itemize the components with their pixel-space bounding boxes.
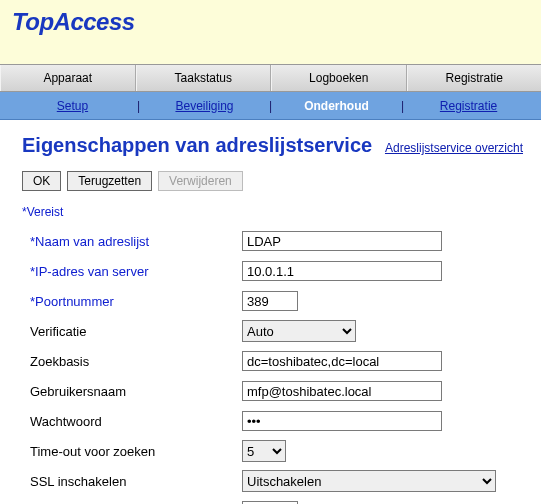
primary-nav: Apparaat Taakstatus Logboeken Registrati… — [0, 64, 541, 92]
ip-label: *IP-adres van server — [22, 264, 242, 279]
timeout-select[interactable]: 5 — [242, 440, 286, 462]
page-title: Eigenschappen van adreslijstservice — [22, 134, 372, 157]
delete-button: Verwijderen — [158, 171, 243, 191]
password-label: Wachtwoord — [22, 414, 242, 429]
password-input[interactable] — [242, 411, 442, 431]
nav1-tab-logboeken[interactable]: Logboeken — [271, 65, 407, 91]
nav1-tab-apparaat[interactable]: Apparaat — [0, 65, 136, 91]
nav2-link-setup[interactable]: Setup — [10, 99, 135, 113]
nav2-link-onderhoud[interactable]: Onderhoud — [274, 99, 399, 113]
ok-button[interactable]: OK — [22, 171, 61, 191]
ssl-enable-label: SSL inschakelen — [22, 474, 242, 489]
ssl-enable-select[interactable]: Uitschakelen — [242, 470, 496, 492]
overview-link[interactable]: Adreslijstservice overzicht — [385, 141, 523, 155]
nav2-link-registratie[interactable]: Registratie — [406, 99, 531, 113]
nav1-tab-taakstatus[interactable]: Taakstatus — [136, 65, 272, 91]
auth-label: Verificatie — [22, 324, 242, 339]
name-label: *Naam van adreslijst — [22, 234, 242, 249]
timeout-label: Time-out voor zoeken — [22, 444, 242, 459]
port-label: *Poortnummer — [22, 294, 242, 309]
app-logo: TopAccess — [12, 8, 135, 35]
secondary-nav: Setup | Beveiliging | Onderhoud | Regist… — [0, 92, 541, 120]
auth-select[interactable]: Auto — [242, 320, 356, 342]
reset-button[interactable]: Terugzetten — [67, 171, 152, 191]
searchbase-input[interactable] — [242, 351, 442, 371]
nav2-sep: | — [135, 99, 142, 113]
name-input[interactable] — [242, 231, 442, 251]
port-input[interactable] — [242, 291, 298, 311]
username-input[interactable] — [242, 381, 442, 401]
nav2-sep: | — [267, 99, 274, 113]
nav2-sep: | — [399, 99, 406, 113]
required-note: *Vereist — [22, 205, 523, 219]
searchbase-label: Zoekbasis — [22, 354, 242, 369]
nav2-link-beveiliging[interactable]: Beveiliging — [142, 99, 267, 113]
ip-input[interactable] — [242, 261, 442, 281]
username-label: Gebruikersnaam — [22, 384, 242, 399]
nav1-tab-registratie[interactable]: Registratie — [407, 65, 542, 91]
